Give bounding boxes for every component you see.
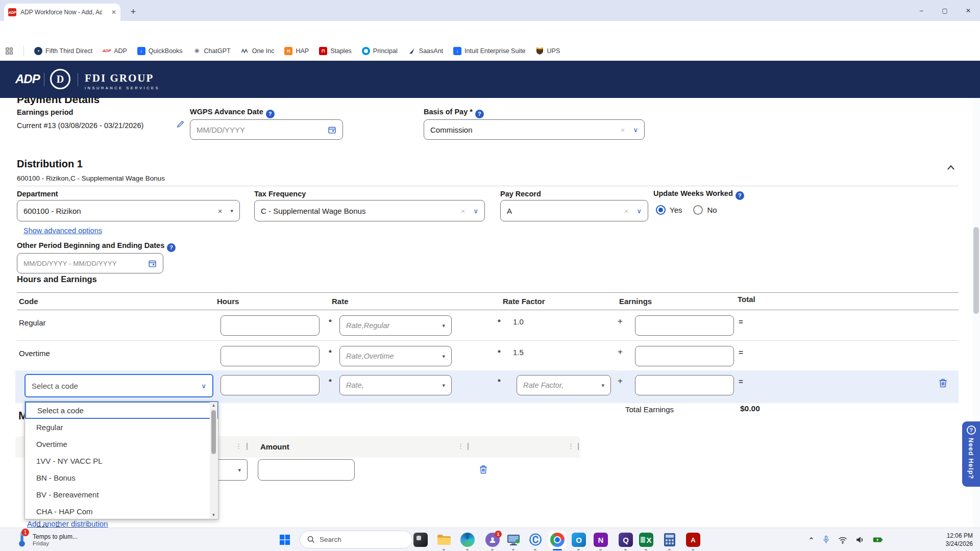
taskbar-onenote[interactable]: N <box>592 531 610 549</box>
calendar-picker-icon[interactable] <box>328 126 336 134</box>
caret-down-icon[interactable]: ▾ <box>238 467 241 473</box>
caret-down-icon[interactable]: ▾ <box>442 382 445 389</box>
code-select[interactable]: Select a code ∨ <box>24 374 213 397</box>
yes-radio[interactable] <box>656 205 666 215</box>
bookmark-fifth-third-direct[interactable]: ◑Fifth Third Direct <box>34 47 92 55</box>
new-rate-select[interactable]: Rate,▾ <box>339 375 452 395</box>
basis-of-pay-select[interactable]: Commission × ∨ <box>424 119 645 140</box>
column-kebab-icon[interactable]: ⋮ <box>568 442 574 450</box>
department-select[interactable]: 600100 - Rizikon × ▾ <box>17 200 240 221</box>
window-maximize-button[interactable]: ▢ <box>933 0 957 21</box>
dropdown-option[interactable]: Regular <box>25 419 218 436</box>
bookmark-principal[interactable]: Principal <box>362 47 398 55</box>
chevron-down-icon[interactable]: ∨ <box>636 207 642 215</box>
regular-hours-field[interactable] <box>227 321 313 330</box>
overtime-hours-field[interactable] <box>227 352 313 361</box>
bookmark-adp[interactable]: ADPADP <box>103 47 127 55</box>
taskbar-quickbooks-app[interactable]: Q <box>617 531 635 549</box>
taskbar-chrome-active[interactable] <box>548 531 567 549</box>
bookmark-hap[interactable]: HHAP <box>284 47 309 55</box>
column-resize-handle[interactable]: | <box>246 441 248 450</box>
window-close-button[interactable]: ✕ <box>957 0 980 21</box>
wgps-help-icon[interactable]: ? <box>266 110 275 118</box>
scrollbar-thumb[interactable] <box>211 410 216 454</box>
dropdown-option[interactable]: BV - Bereavement <box>25 486 218 503</box>
bookmark-chatgpt[interactable]: ✳ChatGPT <box>193 47 231 55</box>
calendar-picker-icon[interactable] <box>148 259 157 268</box>
bookmark-quickbooks[interactable]: ↓QuickBooks <box>137 47 183 55</box>
window-minimize-button[interactable]: – <box>910 0 933 21</box>
tab-close-icon[interactable]: ✕ <box>111 9 116 16</box>
scroll-up-icon[interactable]: ▲ <box>212 403 216 408</box>
update-weeks-help-icon[interactable]: ? <box>736 191 744 200</box>
edit-pencil-icon[interactable] <box>176 119 185 129</box>
dropdown-option[interactable]: CM - Commission <box>25 520 218 528</box>
overtime-earnings-input[interactable] <box>635 346 734 366</box>
regular-hours-input[interactable] <box>220 315 320 336</box>
tray-show-hidden-icon[interactable]: ⌃ <box>808 536 814 544</box>
pay-record-select[interactable]: A × ∨ <box>500 200 648 221</box>
battery-charging-icon[interactable] <box>873 536 883 544</box>
regular-earnings-field[interactable] <box>642 321 727 330</box>
basis-help-icon[interactable]: ? <box>475 110 484 118</box>
new-earnings-input[interactable] <box>635 375 734 395</box>
regular-rate-select[interactable]: Rate,Regular▾ <box>339 315 452 336</box>
microphone-tray-icon[interactable] <box>822 535 830 544</box>
page-scrollbar-thumb[interactable] <box>973 227 979 314</box>
regular-earnings-input[interactable] <box>635 315 734 336</box>
new-tab-button[interactable]: + <box>127 5 140 18</box>
column-kebab-icon[interactable]: ⋮ <box>235 442 241 450</box>
scroll-down-icon[interactable]: ▼ <box>212 513 216 517</box>
dropdown-scrollbar[interactable]: ▲ ▼ <box>210 402 217 518</box>
taskbar-edge[interactable] <box>458 531 477 549</box>
dropdown-option[interactable]: Select a code <box>25 402 218 419</box>
caret-down-icon[interactable]: ▾ <box>230 208 233 214</box>
other-period-input[interactable] <box>17 253 163 273</box>
taskbar-clock[interactable]: 12:06 PM 3/24/2026 <box>946 532 973 548</box>
memo-amount-field[interactable] <box>264 466 348 474</box>
weather-widget[interactable]: 1 Temps to plum... Friday <box>15 530 78 549</box>
taskbar-acrobat[interactable]: A <box>684 531 702 549</box>
overtime-hours-input[interactable] <box>220 346 320 366</box>
chevron-down-icon[interactable]: ∨ <box>633 126 638 134</box>
other-period-help-icon[interactable]: ? <box>167 243 176 252</box>
collapse-chevron-icon[interactable] <box>947 164 955 170</box>
new-rate-factor-select[interactable]: Rate Factor,▾ <box>517 375 611 395</box>
new-hours-field[interactable] <box>227 381 313 390</box>
clear-icon[interactable]: × <box>218 207 223 215</box>
caret-down-icon[interactable]: ▾ <box>442 353 445 360</box>
speaker-icon[interactable] <box>855 536 865 544</box>
start-button[interactable] <box>276 531 294 549</box>
new-earnings-field[interactable] <box>642 381 727 390</box>
other-period-field[interactable] <box>23 260 144 267</box>
wgps-advance-date-input[interactable] <box>190 119 343 140</box>
dropdown-option[interactable]: Overtime <box>25 436 218 453</box>
chevron-down-icon[interactable]: ∨ <box>201 382 206 390</box>
taskbar-citrix[interactable]: Ⓒ <box>526 531 545 549</box>
dropdown-option[interactable]: CHA - HAP Com <box>25 503 218 520</box>
tax-frequency-select[interactable]: C - Supplemental Wage Bonus × ∨ <box>254 200 485 221</box>
overtime-earnings-field[interactable] <box>642 352 727 361</box>
caret-down-icon[interactable]: ▾ <box>442 322 445 329</box>
taskbar-search[interactable]: Search <box>300 531 412 548</box>
browser-tab[interactable]: ADP ADP Workforce Now - Add, Adj ✕ <box>4 4 120 21</box>
dropdown-option[interactable]: 1VV - NY VACC PL <box>25 453 218 469</box>
bookmark-intuit-enterprise-suite[interactable]: ↓Intuit Enterprise Suite <box>453 47 526 55</box>
column-kebab-icon[interactable]: ⋮ <box>457 442 463 450</box>
bookmark-staples[interactable]: ⊓Staples <box>319 47 352 55</box>
taskbar-calculator[interactable] <box>660 531 679 549</box>
chevron-down-icon[interactable]: ∨ <box>473 207 478 215</box>
wifi-icon[interactable] <box>838 536 847 544</box>
column-resize-handle[interactable]: | <box>467 441 469 450</box>
new-hours-input[interactable] <box>220 375 320 395</box>
wgps-date-field[interactable] <box>197 126 324 134</box>
dropdown-option[interactable]: BN - Bonus <box>25 469 218 486</box>
bookmark-ups[interactable]: UPS <box>536 47 560 55</box>
no-radio[interactable] <box>693 205 703 215</box>
taskbar-teams[interactable]: 1 <box>483 531 502 549</box>
show-advanced-options-link[interactable]: Show advanced options <box>23 227 102 235</box>
caret-down-icon[interactable]: ▾ <box>601 382 604 389</box>
delete-row-trash-icon[interactable] <box>938 378 948 388</box>
taskbar-dev-app[interactable] <box>411 531 430 549</box>
memo-amount-input[interactable] <box>258 459 355 481</box>
